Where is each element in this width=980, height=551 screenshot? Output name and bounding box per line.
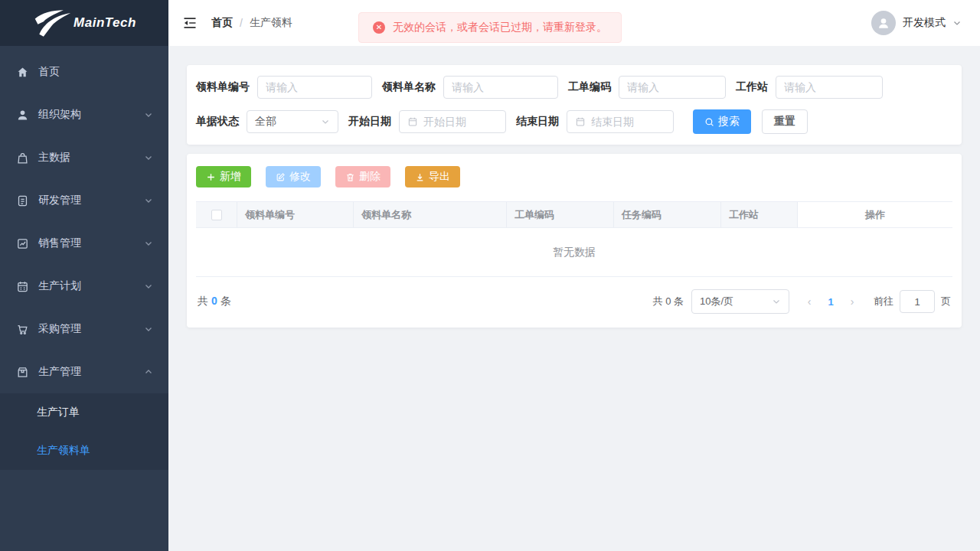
cart-icon (15, 322, 29, 336)
home-icon (15, 65, 29, 79)
total-count-left: 共0条 (198, 295, 231, 308)
filter-row-2: 单据状态 全部 开始日期 (196, 109, 952, 134)
sidebar-item-label: 采购管理 (38, 322, 81, 336)
sidebar-item-production-order[interactable]: 生产订单 (0, 393, 168, 432)
sidebar-item-home[interactable]: 首页 (0, 51, 168, 93)
page-size-select[interactable]: 10条/页 (691, 289, 789, 314)
table-card: 新增 修改 删除 导出 (187, 154, 962, 328)
avatar (871, 11, 896, 35)
current-page[interactable]: 1 (820, 296, 841, 308)
sidebar-item-rnd[interactable]: 研发管理 (0, 179, 168, 222)
total-suffix: 条 (220, 295, 231, 307)
user-icon (15, 108, 29, 122)
trash-icon (345, 172, 355, 182)
edit-icon (276, 172, 286, 182)
filter-label: 领料单名称 (382, 80, 436, 94)
add-button-label: 新增 (220, 170, 241, 184)
export-button-label: 导出 (429, 170, 450, 184)
search-button[interactable]: 搜索 (693, 109, 751, 134)
sidebar-item-label: 生产管理 (38, 365, 81, 379)
error-toast: ✕ 无效的会话，或者会话已过期，请重新登录。 (358, 12, 622, 43)
sidebar-item-master-data[interactable]: 主数据 (0, 136, 168, 179)
add-button[interactable]: 新增 (196, 166, 251, 187)
reset-button-label: 重置 (774, 115, 795, 129)
status-select[interactable]: 全部 (247, 110, 338, 133)
filter-label: 单据状态 (196, 115, 239, 129)
end-date-input[interactable] (591, 111, 665, 132)
export-button[interactable]: 导出 (405, 166, 460, 187)
reset-button[interactable]: 重置 (762, 109, 808, 134)
chevron-down-icon (144, 282, 153, 291)
sidebar-item-production-plan[interactable]: 生产计划 (0, 265, 168, 308)
next-page-button[interactable]: › (841, 295, 863, 308)
select-all-checkbox[interactable] (211, 210, 222, 220)
brand-name: MainTech (74, 15, 136, 31)
sidebar: MainTech 首页 组织架构 主数据 (0, 0, 168, 551)
goto-page-input[interactable] (900, 290, 935, 313)
sidebar-item-organization[interactable]: 组织架构 (0, 93, 168, 136)
sidebar-item-label: 组织架构 (38, 108, 81, 122)
table-header-row: 领料单编号 领料单名称 工单编码 任务编码 工作站 操作 (196, 202, 952, 228)
chevron-down-icon (144, 153, 153, 162)
filter-picking-name: 领料单名称 (382, 76, 558, 99)
workorder-code-input[interactable] (627, 77, 717, 98)
workstation-input[interactable] (784, 77, 874, 98)
package-icon (15, 365, 29, 379)
goto-suffix: 页 (941, 295, 951, 308)
total-prefix: 共 (198, 295, 208, 307)
chevron-down-icon (144, 196, 153, 205)
data-table: 领料单编号 领料单名称 工单编码 任务编码 工作站 操作 暂无数据 (196, 201, 952, 277)
filter-label: 结束日期 (516, 115, 559, 129)
page-size-value: 10条/页 (700, 295, 733, 308)
filter-label: 领料单编号 (196, 80, 250, 94)
table-empty-state: 暂无数据 (196, 228, 952, 277)
column-header-picking-code: 领料单编号 (237, 202, 354, 228)
column-header-picking-name: 领料单名称 (354, 202, 507, 228)
delete-button-label: 删除 (359, 170, 381, 184)
filter-card: 领料单编号 领料单名称 工单编码 工作站 单据状态 (187, 65, 962, 145)
filter-label: 工单编码 (568, 80, 611, 94)
breadcrumb-separator: / (240, 17, 243, 29)
sidebar-item-label: 研发管理 (38, 194, 81, 207)
search-icon (704, 117, 714, 127)
sidebar-item-production-picking[interactable]: 生产领料单 (0, 432, 168, 470)
prev-page-button[interactable]: ‹ (799, 295, 820, 308)
column-header-task-code: 任务编码 (614, 202, 721, 228)
delete-button[interactable]: 删除 (335, 166, 390, 187)
page-content: 领料单编号 领料单名称 工单编码 工作站 单据状态 (168, 46, 980, 328)
brand-logo[interactable]: MainTech (0, 0, 168, 46)
column-header-actions: 操作 (798, 202, 952, 228)
status-select-value: 全部 (255, 115, 276, 129)
sidebar-menu: 首页 组织架构 主数据 研发管理 (0, 46, 168, 470)
total-count: 0 (208, 295, 220, 307)
sidebar-item-purchasing[interactable]: 采购管理 (0, 308, 168, 350)
brand-swoosh-icon (32, 8, 72, 37)
chevron-down-icon (144, 239, 153, 248)
sidebar-fold-icon[interactable] (182, 15, 199, 31)
user-mode-label: 开发模式 (903, 16, 946, 30)
trend-chart-icon (15, 236, 29, 250)
sidebar-item-production-mgmt[interactable]: 生产管理 (0, 350, 168, 393)
chevron-down-icon (144, 324, 153, 334)
filter-row-1: 领料单编号 领料单名称 工单编码 工作站 (196, 76, 952, 99)
sidebar-item-label: 主数据 (38, 151, 70, 165)
picking-code-input[interactable] (266, 77, 364, 98)
filter-picking-code: 领料单编号 (196, 76, 372, 99)
edit-button[interactable]: 修改 (266, 166, 321, 187)
chevron-down-icon (321, 117, 330, 126)
breadcrumb-current: 生产领料 (250, 16, 292, 30)
search-button-label: 搜索 (718, 115, 740, 129)
picking-name-input[interactable] (452, 77, 550, 98)
calendar-icon (407, 116, 418, 127)
select-all-cell (196, 202, 237, 228)
calendar-icon (575, 116, 586, 127)
start-date-input[interactable] (423, 111, 498, 132)
breadcrumb-home[interactable]: 首页 (211, 16, 233, 30)
submenu-item-label: 生产领料单 (37, 444, 90, 458)
chevron-down-icon (772, 297, 781, 306)
bag-icon (15, 151, 29, 165)
sidebar-item-sales[interactable]: 销售管理 (0, 222, 168, 265)
sidebar-item-label: 首页 (38, 65, 60, 79)
user-menu[interactable]: 开发模式 (871, 11, 962, 35)
sidebar-item-label: 生产计划 (38, 279, 81, 293)
